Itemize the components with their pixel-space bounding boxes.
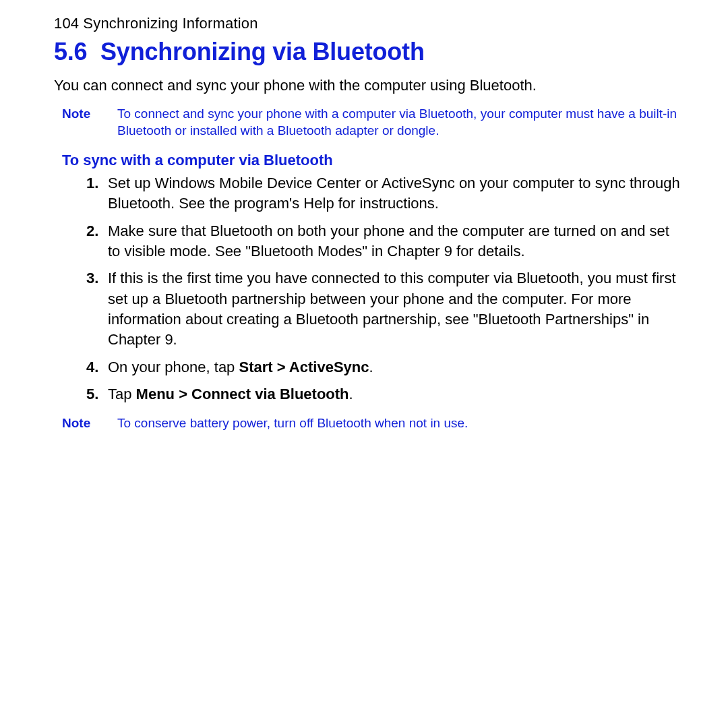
section-number: 5.6 [54,38,87,65]
note-label: Note [62,105,94,140]
running-header: 104Synchronizing Information [54,15,681,32]
note-block-1: Note To connect and sync your phone with… [54,105,681,140]
section-heading: 5.6 Synchronizing via Bluetooth [54,38,681,66]
step-4-post: . [369,359,373,375]
note-text: To connect and sync your phone with a co… [117,105,679,140]
running-title: Synchronizing Information [83,15,257,32]
page-content: 104Synchronizing Information 5.6 Synchro… [0,0,728,431]
step-2: Make sure that Bluetooth on both your ph… [108,221,681,262]
step-5-bold: Menu > Connect via Bluetooth [136,386,349,402]
section-title-text: Synchronizing via Bluetooth [100,38,425,65]
step-5-post: . [349,386,353,402]
step-2-text: Make sure that Bluetooth on both your ph… [108,222,669,260]
step-1: Set up Windows Mobile Device Center or A… [108,173,681,214]
step-3-text: If this is the first time you have conne… [108,270,676,348]
note-block-2: Note To conserve battery power, turn off… [54,415,681,432]
step-4: On your phone, tap Start > ActiveSync. [108,357,681,377]
step-5-pre: Tap [108,386,136,402]
step-list: Set up Windows Mobile Device Center or A… [54,173,681,405]
step-4-pre: On your phone, tap [108,359,239,375]
intro-paragraph: You can connect and sync your phone with… [54,75,681,96]
note-text: To conserve battery power, turn off Blue… [117,415,679,432]
note-label: Note [62,415,94,432]
sub-heading: To sync with a computer via Bluetooth [62,152,681,169]
page-number: 104 [54,15,79,32]
step-1-text: Set up Windows Mobile Device Center or A… [108,175,680,212]
step-3: If this is the first time you have conne… [108,268,681,350]
step-5: Tap Menu > Connect via Bluetooth. [108,384,681,404]
step-4-bold: Start > ActiveSync [239,359,369,375]
